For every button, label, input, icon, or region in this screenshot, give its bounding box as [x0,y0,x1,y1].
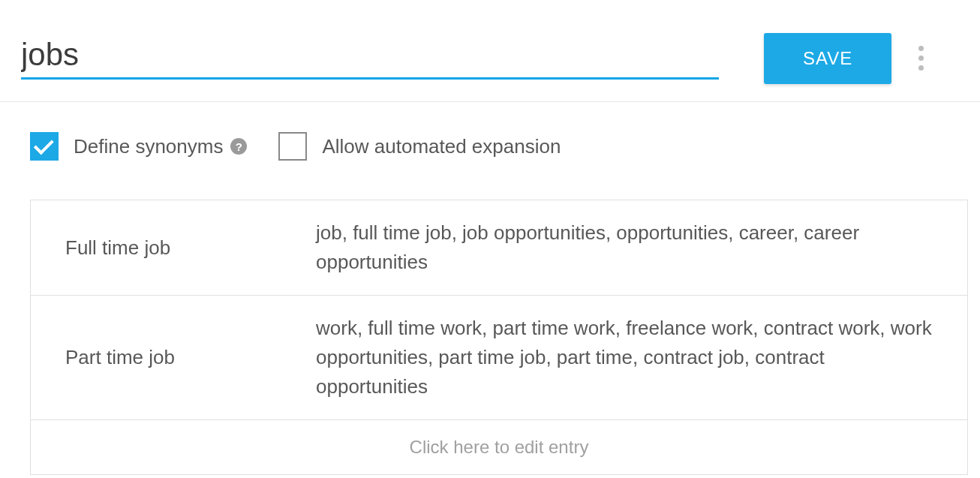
define-synonyms-option: Define synonyms ? [30,132,247,161]
table-row[interactable]: Part time job work, full time work, part… [31,296,967,420]
entry-synonyms: work, full time work, part time work, fr… [316,314,967,401]
more-options-button[interactable] [909,40,933,77]
entry-synonyms: job, full time job, job opportunities, o… [316,218,967,277]
define-synonyms-label-text: Define synonyms [74,135,223,158]
add-entry-row[interactable]: Click here to edit entry [31,420,967,474]
allow-automated-expansion-label: Allow automated expansion [322,135,561,158]
define-synonyms-checkbox[interactable] [30,132,59,161]
table-row[interactable]: Full time job job, full time job, job op… [31,200,967,296]
define-synonyms-label: Define synonyms ? [74,135,247,158]
vertical-dots-icon [918,56,924,61]
allow-automated-expansion-option: Allow automated expansion [278,132,561,161]
options-row: Define synonyms ? Allow automated expans… [30,132,959,161]
entry-key: Part time job [31,346,316,369]
content-area: Define synonyms ? Allow automated expans… [0,102,980,478]
entries-table: Full time job job, full time job, job op… [30,200,968,475]
help-icon[interactable]: ? [230,138,247,155]
page-header: SAVE [0,0,980,102]
allow-automated-expansion-checkbox[interactable] [278,132,307,161]
vertical-dots-icon [918,46,924,51]
save-button[interactable]: SAVE [764,33,891,84]
vertical-dots-icon [918,65,924,71]
entity-name-input[interactable] [21,37,719,80]
entry-key: Full time job [31,236,316,260]
